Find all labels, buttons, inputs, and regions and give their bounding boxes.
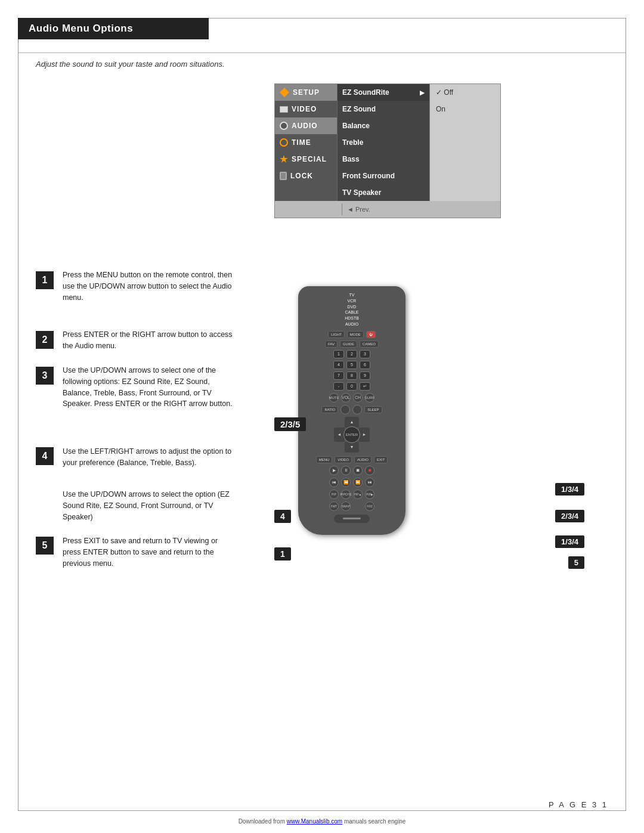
center-balance[interactable]: Balance xyxy=(338,117,430,134)
btn-3[interactable]: 3 xyxy=(360,350,370,358)
center-treble[interactable]: Treble xyxy=(338,134,430,151)
right-empty-3 xyxy=(430,151,500,168)
center-tv-speaker[interactable]: TV Speaker xyxy=(338,184,430,201)
setup-icon xyxy=(280,88,289,97)
video-label: VIDEO xyxy=(292,105,317,113)
remote-top-row: LIGHT MODE ⏻ xyxy=(303,331,401,338)
footer-link[interactable]: www.Manualslib.com xyxy=(287,818,342,825)
ratio-btn[interactable]: RATIO xyxy=(321,406,338,413)
cameo-btn[interactable]: CAMEO xyxy=(360,340,379,348)
on-label: On xyxy=(436,105,445,113)
tv-speaker-label: TV Speaker xyxy=(342,188,381,197)
freeze-btn[interactable]: FRZ xyxy=(365,501,374,511)
pipchs-btn[interactable]: PIPCHS xyxy=(341,490,351,499)
step-3-text: Use the UP/DOWN arrows to select one of … xyxy=(63,365,236,410)
front-surround-label: Front Surround xyxy=(342,172,395,180)
num-row-4: - 0 ↵ xyxy=(303,382,401,391)
vol-btn[interactable]: VOL xyxy=(341,393,351,402)
footer: Downloaded from www.Manualslib.com manua… xyxy=(239,818,406,825)
step-4-text-b: Use the UP/DOWN arrows to select the opt… xyxy=(63,489,236,522)
step-1-box: 1 xyxy=(36,271,54,289)
step-1-text: Press the MENU button on the remote cont… xyxy=(63,270,236,303)
record-btn[interactable]: ⏺ xyxy=(365,466,374,475)
step-2-number: 2 xyxy=(42,335,48,345)
nav-down-btn[interactable]: ▼ xyxy=(345,442,359,453)
btn-6[interactable]: 6 xyxy=(360,361,370,369)
page-number: P A G E 3 1 xyxy=(549,800,608,809)
nav-right-btn[interactable]: ► xyxy=(359,428,370,442)
video-btn-r[interactable]: VIDEO xyxy=(335,456,352,463)
mode-btn[interactable]: MODE xyxy=(347,331,364,338)
menu-time[interactable]: TIME xyxy=(275,134,338,151)
pip-row-2: FMT SWAP FRZ xyxy=(303,501,401,511)
prev-btn[interactable]: ⏮ xyxy=(329,478,339,487)
skip-btn[interactable]: ⏭ xyxy=(365,478,374,487)
center-bass[interactable]: Bass xyxy=(338,151,430,168)
btn-1[interactable]: 1 xyxy=(333,350,344,358)
menu-audio[interactable]: AUDIO xyxy=(275,117,338,134)
menu-prev-row: ◄ Prev. xyxy=(275,201,500,218)
btn-4[interactable]: 4 xyxy=(333,361,344,369)
center-ez-soundrite[interactable]: EZ SoundRite ▶ xyxy=(338,84,430,101)
step-4-number: 4 xyxy=(42,451,48,462)
pause-btn[interactable]: ⏸ xyxy=(341,466,351,475)
audio-label: AUDIO xyxy=(292,122,318,130)
center-ez-sound[interactable]: EZ Sound xyxy=(338,101,430,117)
guide-btn[interactable]: GUIDE xyxy=(340,340,357,348)
sleep-btn[interactable]: SLEEP xyxy=(364,406,382,413)
pip-btn[interactable]: PIP xyxy=(329,490,339,499)
ch-btn[interactable]: CH xyxy=(353,393,363,402)
footer-text-before: Downloaded from xyxy=(239,818,287,825)
play-btn[interactable]: ▶ xyxy=(329,466,339,475)
menu-row-special: SPECIAL Bass xyxy=(275,151,500,168)
menu-setup[interactable]: SETUP xyxy=(275,84,338,101)
btn-b[interactable] xyxy=(352,405,362,414)
page-header: Audio Menu Options xyxy=(18,18,626,39)
right-empty-2 xyxy=(430,134,500,151)
audio-btn-r[interactable]: AUDIO xyxy=(354,456,371,463)
setup-label: SETUP xyxy=(293,88,320,97)
prev-label: ◄ Prev. xyxy=(347,206,370,213)
btn-0[interactable]: 0 xyxy=(346,382,357,391)
btn-7[interactable]: 7 xyxy=(333,371,344,380)
footer-text-after: manuals search engine xyxy=(342,818,405,825)
btn-minus[interactable]: - xyxy=(333,382,344,391)
step-3-number: 3 xyxy=(42,370,48,381)
pip-ar-btn[interactable]: PIP▶ xyxy=(365,490,374,499)
step-5-box: 5 xyxy=(36,537,54,555)
menu-video[interactable]: VIDEO xyxy=(275,101,338,117)
swap-btn[interactable]: SWAP xyxy=(341,501,351,511)
menu-special[interactable]: SPECIAL xyxy=(275,151,338,168)
btn-8[interactable]: 8 xyxy=(346,371,357,380)
step-5-text: Press EXIT to save and return to TV view… xyxy=(63,535,236,569)
menu-row-lock: LOCK Front Surround xyxy=(275,168,500,184)
pip-al-btn[interactable]: PIP▲ xyxy=(353,490,363,499)
bottom-left-spacer xyxy=(280,203,342,215)
menu-lock[interactable]: LOCK xyxy=(275,168,338,184)
rew-btn[interactable]: ⏪ xyxy=(341,478,351,487)
btn-a[interactable] xyxy=(340,405,350,414)
enter-btn[interactable]: ENTER xyxy=(343,426,360,443)
rew-row: ⏮ ⏪ ⏩ ⏭ xyxy=(303,478,401,487)
power-btn[interactable]: ⏻ xyxy=(366,331,376,338)
exit-btn[interactable]: EXIT xyxy=(374,456,388,463)
btn-jump[interactable]: ↵ xyxy=(360,382,370,391)
step-3-box: 3 xyxy=(36,367,54,385)
center-front-surround[interactable]: Front Surround xyxy=(338,168,430,184)
page-title: Audio Menu Options xyxy=(18,18,209,39)
btn-5[interactable]: 5 xyxy=(346,361,357,369)
badge-134a: 1/3/4 xyxy=(555,483,584,496)
time-label: TIME xyxy=(292,138,311,147)
ff-btn[interactable]: ⏩ xyxy=(353,478,363,487)
btn-2[interactable]: 2 xyxy=(346,350,357,358)
balance-label: Balance xyxy=(342,122,370,130)
lock-icon xyxy=(280,172,287,180)
favorite-btn[interactable]: FAV xyxy=(325,340,338,348)
surf-btn[interactable]: SURF xyxy=(365,393,374,402)
btn-9[interactable]: 9 xyxy=(360,371,370,380)
stop-btn[interactable]: ⏹ xyxy=(353,466,363,475)
format-btn[interactable]: FMT xyxy=(329,501,339,511)
mute-btn[interactable]: MUTE xyxy=(329,393,339,402)
menu-btn[interactable]: MENU xyxy=(316,456,333,463)
light-btn[interactable]: LIGHT xyxy=(328,331,345,338)
